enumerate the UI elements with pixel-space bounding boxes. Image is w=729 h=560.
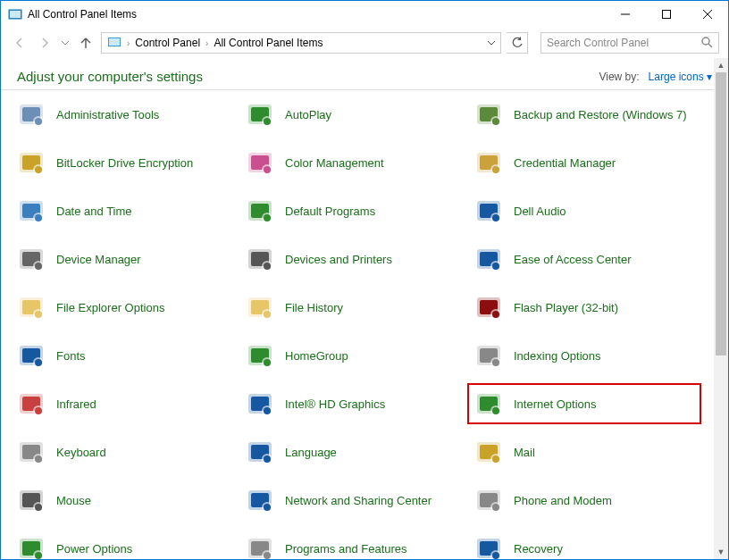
maximize-button[interactable] — [646, 1, 687, 28]
divider — [1, 89, 728, 90]
control-panel-item[interactable]: Recovery — [474, 533, 694, 560]
titlebar: All Control Panel Items — [1, 1, 728, 28]
control-panel-item[interactable]: Indexing Options — [474, 340, 694, 371]
chevron-right-icon: › — [127, 38, 130, 48]
svg-point-89 — [264, 407, 271, 414]
control-panel-item[interactable]: Keyboard — [17, 437, 237, 467]
control-panel-icon — [107, 35, 122, 52]
scroll-track[interactable] — [714, 72, 728, 545]
svg-point-81 — [492, 359, 499, 366]
item-label: Fonts — [56, 349, 86, 363]
item-label: Recovery — [514, 542, 563, 556]
control-panel-item[interactable]: Default Programs — [246, 196, 465, 226]
breadcrumb-root[interactable]: Control Panel — [135, 37, 200, 49]
svg-point-105 — [492, 456, 499, 463]
svg-point-13 — [35, 118, 42, 125]
control-panel-item[interactable]: Fonts — [17, 340, 237, 371]
control-panel-item[interactable]: Phone and Modem — [474, 485, 694, 515]
credential-icon — [474, 148, 503, 177]
item-label: Programs and Features — [285, 542, 407, 556]
control-panel-item[interactable]: Administrative Tools — [17, 99, 237, 130]
control-panel-item[interactable]: File History — [246, 292, 465, 322]
control-panel-item[interactable]: Programs and Features — [246, 533, 465, 560]
svg-point-121 — [35, 552, 42, 559]
control-panel-item[interactable]: Dell Audio — [474, 196, 694, 226]
svg-point-33 — [492, 166, 499, 173]
control-panel-item[interactable]: Network and Sharing Center — [246, 485, 465, 515]
item-label: Power Options — [56, 542, 132, 556]
address-dropdown-icon[interactable] — [488, 37, 495, 49]
svg-point-57 — [492, 263, 499, 270]
svg-point-21 — [492, 118, 499, 125]
control-panel-item[interactable]: Language — [246, 437, 465, 467]
scroll-thumb[interactable] — [716, 72, 726, 355]
address-bar[interactable]: › Control Panel › All Control Panel Item… — [101, 32, 501, 54]
vertical-scrollbar[interactable]: ▲ ▼ — [714, 58, 728, 559]
up-button[interactable] — [76, 33, 96, 53]
item-label: Intel® HD Graphics — [285, 397, 385, 411]
scroll-down-icon[interactable]: ▼ — [714, 545, 728, 559]
svg-point-65 — [264, 311, 271, 318]
svg-point-17 — [264, 118, 271, 125]
item-label: Keyboard — [56, 446, 106, 459]
window-title: All Control Panel Items — [28, 8, 137, 21]
control-panel-item[interactable]: Devices and Printers — [246, 244, 465, 274]
navigation-bar: › Control Panel › All Control Panel Item… — [1, 28, 728, 58]
item-label: Mouse — [56, 494, 91, 507]
control-panel-item[interactable]: Intel® HD Graphics — [246, 389, 465, 419]
item-label: Color Management — [285, 156, 384, 170]
device-manager-icon — [17, 245, 46, 273]
close-button[interactable] — [687, 1, 728, 28]
svg-point-77 — [264, 359, 271, 366]
svg-point-101 — [264, 456, 271, 463]
control-panel-item[interactable]: Ease of Access Center — [474, 244, 694, 274]
control-panel-item[interactable]: Flash Player (32-bit) — [474, 292, 694, 322]
svg-point-125 — [264, 552, 271, 559]
control-panel-item[interactable]: Mail — [474, 437, 694, 467]
control-panel-item[interactable]: Backup and Restore (Windows 7) — [474, 99, 694, 130]
control-panel-item[interactable]: Infrared — [17, 389, 237, 419]
item-label: Credential Manager — [514, 156, 616, 170]
svg-point-25 — [35, 166, 42, 173]
control-panel-icon — [8, 7, 22, 21]
devices-printers-icon — [246, 245, 274, 273]
control-panel-item[interactable]: HomeGroup — [246, 340, 465, 371]
items-grid: Administrative Tools AutoPlay Backup and… — [17, 99, 712, 560]
default-programs-icon — [246, 196, 274, 225]
search-placeholder: Search Control Panel — [547, 37, 649, 49]
breadcrumb-current[interactable]: All Control Panel Items — [214, 37, 323, 49]
autoplay-icon — [246, 100, 274, 129]
control-panel-item[interactable]: Color Management — [246, 147, 465, 178]
item-label: Administrative Tools — [56, 108, 159, 121]
view-by-label: View by: — [599, 71, 639, 83]
control-panel-item[interactable]: File Explorer Options — [17, 292, 237, 322]
back-button[interactable] — [10, 33, 29, 53]
forward-button[interactable] — [35, 33, 54, 53]
control-panel-item[interactable]: Power Options — [17, 533, 237, 560]
recent-locations-dropdown[interactable] — [60, 33, 71, 53]
file-history-icon — [246, 293, 274, 322]
control-panel-item[interactable]: AutoPlay — [246, 99, 465, 130]
datetime-icon — [17, 196, 46, 225]
language-icon — [246, 438, 274, 466]
scroll-up-icon[interactable]: ▲ — [714, 58, 728, 72]
minimize-button[interactable] — [605, 1, 646, 28]
item-label: Phone and Modem — [514, 494, 612, 507]
svg-point-8 — [702, 38, 709, 45]
control-panel-item[interactable]: Internet Options — [467, 383, 701, 424]
control-panel-item[interactable]: BitLocker Drive Encryption — [17, 147, 237, 178]
svg-point-61 — [35, 311, 42, 318]
refresh-button[interactable] — [507, 32, 528, 54]
control-panel-item[interactable]: Credential Manager — [474, 147, 694, 178]
chevron-down-icon: ▾ — [707, 71, 712, 83]
mail-icon — [474, 438, 503, 466]
view-by-selector[interactable]: View by: Large icons ▾ — [599, 71, 712, 83]
control-panel-item[interactable]: Mouse — [17, 485, 237, 515]
svg-point-109 — [35, 504, 42, 511]
svg-point-41 — [264, 214, 271, 221]
control-panel-item[interactable]: Device Manager — [17, 244, 237, 274]
search-input[interactable]: Search Control Panel — [540, 32, 719, 54]
control-panel-item[interactable]: Date and Time — [17, 196, 237, 226]
mouse-icon — [17, 486, 46, 514]
search-icon — [700, 36, 713, 51]
